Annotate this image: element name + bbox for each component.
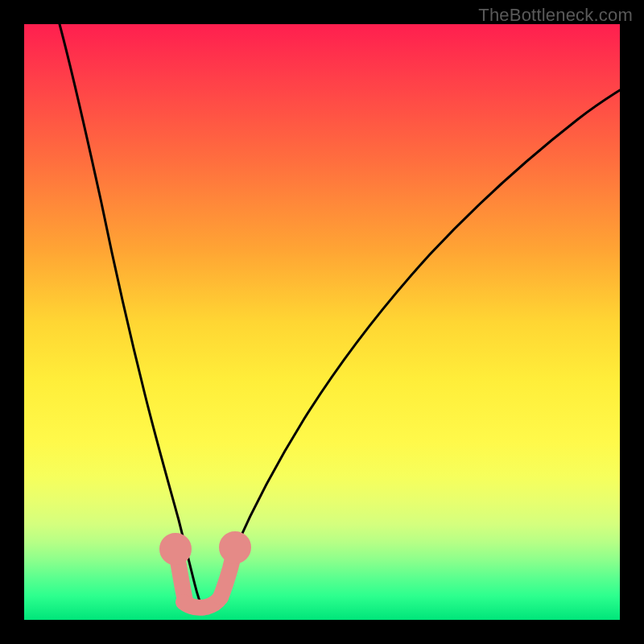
chart-frame: TheBottleneck.com bbox=[0, 0, 644, 644]
bottleneck-curve bbox=[60, 24, 620, 612]
svg-point-1 bbox=[227, 539, 243, 555]
curve-layer bbox=[24, 24, 620, 620]
highlight-band bbox=[167, 539, 243, 608]
plot-area bbox=[24, 24, 620, 620]
svg-point-0 bbox=[167, 541, 184, 557]
watermark-text: TheBottleneck.com bbox=[478, 5, 633, 26]
